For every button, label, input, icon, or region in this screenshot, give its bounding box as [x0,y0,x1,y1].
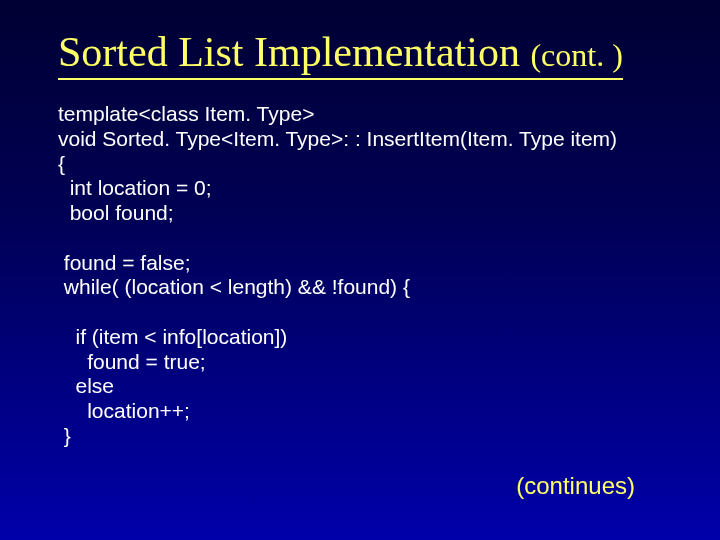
continues-label: (continues) [516,472,635,500]
code-block: template<class Item. Type> void Sorted. … [58,102,670,449]
slide: Sorted List Implementation (cont. ) temp… [0,0,720,540]
title-cont: (cont. ) [530,37,622,73]
slide-title: Sorted List Implementation (cont. ) [58,28,623,80]
title-main: Sorted List Implementation [58,29,530,75]
